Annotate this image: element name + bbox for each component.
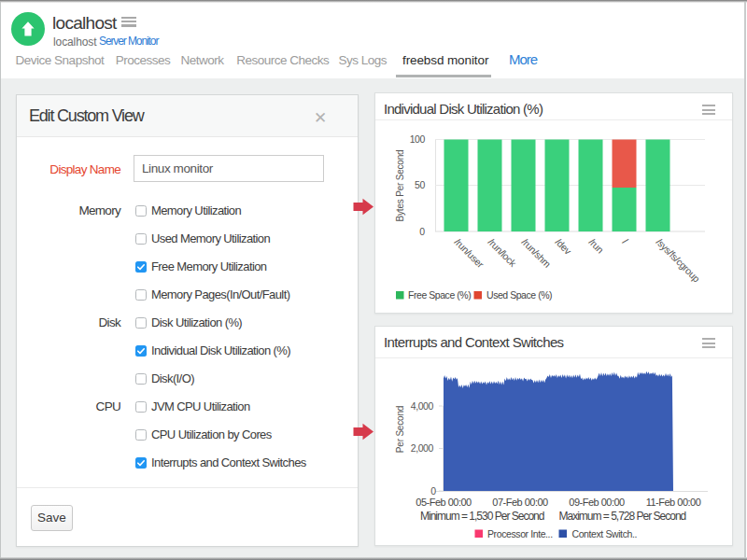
svg-text:Maximum = 5,728 Per Second: Maximum = 5,728 Per Second bbox=[559, 510, 686, 523]
svg-text:0: 0 bbox=[419, 226, 425, 237]
svg-text:0: 0 bbox=[430, 485, 436, 497]
svg-text:2,000: 2,000 bbox=[411, 442, 434, 454]
svg-text:Free Space (%): Free Space (%) bbox=[408, 289, 471, 301]
svg-text:100: 100 bbox=[410, 133, 426, 145]
svg-text:11-Feb 00:00: 11-Feb 00:00 bbox=[646, 497, 701, 508]
svg-text:/dev: /dev bbox=[554, 236, 574, 257]
svg-text:4,000: 4,000 bbox=[411, 400, 434, 412]
svg-text:05-Feb 00:00: 05-Feb 00:00 bbox=[416, 497, 472, 508]
svg-text:/run: /run bbox=[587, 236, 607, 256]
svg-text:Used Space (%): Used Space (%) bbox=[486, 289, 552, 301]
svg-text:Per Second: Per Second bbox=[395, 406, 405, 453]
svg-text:50: 50 bbox=[415, 179, 425, 190]
svg-text:07-Feb 00:00: 07-Feb 00:00 bbox=[492, 497, 548, 508]
svg-text:Minimum = 1,530 Per Second: Minimum = 1,530 Per Second bbox=[420, 510, 544, 523]
svg-text:Bytes Per Second: Bytes Per Second bbox=[395, 150, 405, 222]
svg-text:09-Feb 00:00: 09-Feb 00:00 bbox=[569, 497, 625, 508]
svg-text:/run/shm: /run/shm bbox=[520, 236, 554, 270]
svg-text:/sys/fs/cgroup: /sys/fs/cgroup bbox=[655, 236, 703, 285]
svg-text:Processor Inte...: Processor Inte... bbox=[487, 528, 553, 539]
svg-text:/run/user: /run/user bbox=[453, 236, 486, 270]
svg-text:Context Switch..: Context Switch.. bbox=[572, 528, 637, 539]
svg-text:/: / bbox=[621, 236, 631, 246]
svg-text:/run/lock: /run/lock bbox=[486, 236, 519, 269]
